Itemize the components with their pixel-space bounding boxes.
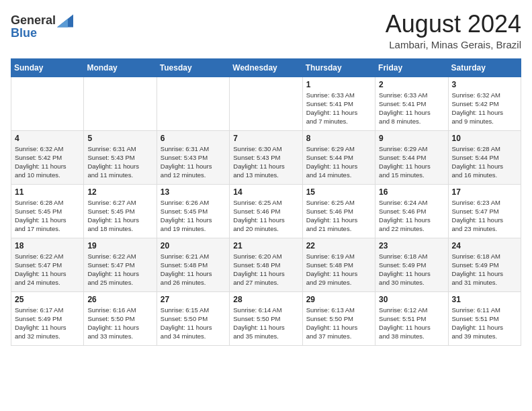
day-info: Sunrise: 6:18 AMSunset: 5:49 PMDaylight:… — [452, 252, 517, 287]
day-info: Sunrise: 6:25 AMSunset: 5:46 PMDaylight:… — [233, 198, 298, 234]
day-number: 3 — [452, 80, 517, 89]
day-info: Sunrise: 6:29 AMSunset: 5:44 PMDaylight:… — [379, 144, 444, 180]
calendar-cell: 12Sunrise: 6:27 AMSunset: 5:45 PMDayligh… — [84, 184, 157, 238]
calendar-header-thursday: Thursday — [302, 58, 375, 77]
calendar-cell: 28Sunrise: 6:14 AMSunset: 5:50 PMDayligh… — [230, 291, 302, 345]
calendar-cell: 16Sunrise: 6:24 AMSunset: 5:46 PMDayligh… — [375, 184, 448, 238]
calendar-cell: 24Sunrise: 6:18 AMSunset: 5:49 PMDayligh… — [448, 238, 521, 291]
day-number: 28 — [233, 295, 298, 304]
day-info: Sunrise: 6:27 AMSunset: 5:45 PMDaylight:… — [87, 198, 152, 234]
day-number: 16 — [379, 187, 444, 197]
day-number: 31 — [452, 295, 517, 304]
day-number: 5 — [87, 134, 152, 143]
location: Lambari, Minas Gerais, Brazil — [386, 39, 521, 50]
day-number: 20 — [161, 241, 226, 250]
day-info: Sunrise: 6:19 AMSunset: 5:48 PMDaylight:… — [306, 252, 371, 287]
calendar-cell — [84, 77, 157, 130]
day-number: 26 — [87, 295, 152, 304]
day-info: Sunrise: 6:33 AMSunset: 5:41 PMDaylight:… — [379, 91, 444, 126]
day-info: Sunrise: 6:26 AMSunset: 5:45 PMDaylight:… — [161, 198, 226, 234]
day-info: Sunrise: 6:31 AMSunset: 5:43 PMDaylight:… — [161, 144, 226, 180]
day-info: Sunrise: 6:22 AMSunset: 5:47 PMDaylight:… — [15, 252, 80, 287]
calendar-cell: 18Sunrise: 6:22 AMSunset: 5:47 PMDayligh… — [11, 238, 84, 291]
calendar-cell — [11, 77, 84, 130]
day-info: Sunrise: 6:21 AMSunset: 5:48 PMDaylight:… — [161, 252, 226, 287]
calendar-week-row: 4Sunrise: 6:32 AMSunset: 5:42 PMDaylight… — [11, 130, 521, 184]
day-info: Sunrise: 6:22 AMSunset: 5:47 PMDaylight:… — [87, 252, 152, 287]
calendar-cell: 29Sunrise: 6:13 AMSunset: 5:50 PMDayligh… — [302, 291, 375, 345]
calendar: SundayMondayTuesdayWednesdayThursdayFrid… — [11, 58, 521, 346]
calendar-cell: 17Sunrise: 6:23 AMSunset: 5:47 PMDayligh… — [448, 184, 521, 238]
day-info: Sunrise: 6:25 AMSunset: 5:46 PMDaylight:… — [306, 198, 371, 234]
day-info: Sunrise: 6:11 AMSunset: 5:51 PMDaylight:… — [452, 306, 517, 341]
day-number: 8 — [306, 134, 371, 143]
day-number: 19 — [87, 241, 152, 250]
calendar-cell — [157, 77, 229, 130]
day-info: Sunrise: 6:12 AMSunset: 5:51 PMDaylight:… — [379, 306, 444, 341]
day-info: Sunrise: 6:28 AMSunset: 5:45 PMDaylight:… — [15, 198, 80, 234]
calendar-cell: 22Sunrise: 6:19 AMSunset: 5:48 PMDayligh… — [302, 238, 375, 291]
calendar-cell: 19Sunrise: 6:22 AMSunset: 5:47 PMDayligh… — [84, 238, 157, 291]
calendar-header-sunday: Sunday — [11, 58, 84, 77]
day-info: Sunrise: 6:32 AMSunset: 5:42 PMDaylight:… — [15, 144, 80, 180]
day-info: Sunrise: 6:20 AMSunset: 5:48 PMDaylight:… — [233, 252, 298, 287]
day-info: Sunrise: 6:31 AMSunset: 5:43 PMDaylight:… — [87, 144, 152, 180]
calendar-header-wednesday: Wednesday — [230, 58, 302, 77]
calendar-week-row: 1Sunrise: 6:33 AMSunset: 5:41 PMDaylight… — [11, 77, 521, 130]
day-number: 27 — [161, 295, 226, 304]
day-info: Sunrise: 6:18 AMSunset: 5:49 PMDaylight:… — [379, 252, 444, 287]
calendar-cell: 7Sunrise: 6:30 AMSunset: 5:43 PMDaylight… — [230, 130, 302, 184]
day-number: 22 — [306, 241, 371, 250]
calendar-cell — [230, 77, 302, 130]
day-number: 21 — [233, 241, 298, 250]
page-header: General Blue August 2024 Lambari, Minas … — [11, 11, 521, 50]
calendar-cell: 1Sunrise: 6:33 AMSunset: 5:41 PMDaylight… — [302, 77, 375, 130]
day-info: Sunrise: 6:16 AMSunset: 5:50 PMDaylight:… — [87, 306, 152, 341]
day-number: 7 — [233, 134, 298, 143]
day-number: 29 — [306, 295, 371, 304]
calendar-cell: 9Sunrise: 6:29 AMSunset: 5:44 PMDaylight… — [375, 130, 448, 184]
calendar-cell: 23Sunrise: 6:18 AMSunset: 5:49 PMDayligh… — [375, 238, 448, 291]
calendar-cell: 4Sunrise: 6:32 AMSunset: 5:42 PMDaylight… — [11, 130, 84, 184]
calendar-header-friday: Friday — [375, 58, 448, 77]
calendar-cell: 2Sunrise: 6:33 AMSunset: 5:41 PMDaylight… — [375, 77, 448, 130]
day-number: 24 — [452, 241, 517, 250]
calendar-cell: 8Sunrise: 6:29 AMSunset: 5:44 PMDaylight… — [302, 130, 375, 184]
calendar-week-row: 25Sunrise: 6:17 AMSunset: 5:49 PMDayligh… — [11, 291, 521, 345]
calendar-header-row: SundayMondayTuesdayWednesdayThursdayFrid… — [11, 58, 521, 77]
calendar-cell: 20Sunrise: 6:21 AMSunset: 5:48 PMDayligh… — [157, 238, 229, 291]
calendar-cell: 14Sunrise: 6:25 AMSunset: 5:46 PMDayligh… — [230, 184, 302, 238]
calendar-header-tuesday: Tuesday — [157, 58, 229, 77]
day-number: 15 — [306, 187, 371, 197]
calendar-cell: 11Sunrise: 6:28 AMSunset: 5:45 PMDayligh… — [11, 184, 84, 238]
calendar-week-row: 18Sunrise: 6:22 AMSunset: 5:47 PMDayligh… — [11, 238, 521, 291]
calendar-cell: 26Sunrise: 6:16 AMSunset: 5:50 PMDayligh… — [84, 291, 157, 345]
day-info: Sunrise: 6:23 AMSunset: 5:47 PMDaylight:… — [452, 198, 517, 234]
day-info: Sunrise: 6:30 AMSunset: 5:43 PMDaylight:… — [233, 144, 298, 180]
calendar-header-monday: Monday — [84, 58, 157, 77]
day-info: Sunrise: 6:33 AMSunset: 5:41 PMDaylight:… — [306, 91, 371, 126]
day-number: 23 — [379, 241, 444, 250]
calendar-cell: 30Sunrise: 6:12 AMSunset: 5:51 PMDayligh… — [375, 291, 448, 345]
day-info: Sunrise: 6:24 AMSunset: 5:46 PMDaylight:… — [379, 198, 444, 234]
day-info: Sunrise: 6:28 AMSunset: 5:44 PMDaylight:… — [452, 144, 517, 180]
day-number: 11 — [15, 187, 80, 197]
day-number: 2 — [379, 80, 444, 89]
day-number: 10 — [452, 134, 517, 143]
day-number: 12 — [87, 187, 152, 197]
day-info: Sunrise: 6:15 AMSunset: 5:50 PMDaylight:… — [161, 306, 226, 341]
calendar-week-row: 11Sunrise: 6:28 AMSunset: 5:45 PMDayligh… — [11, 184, 521, 238]
calendar-cell: 5Sunrise: 6:31 AMSunset: 5:43 PMDaylight… — [84, 130, 157, 184]
calendar-cell: 25Sunrise: 6:17 AMSunset: 5:49 PMDayligh… — [11, 291, 84, 345]
day-number: 25 — [15, 295, 80, 304]
calendar-cell: 31Sunrise: 6:11 AMSunset: 5:51 PMDayligh… — [448, 291, 521, 345]
calendar-cell: 21Sunrise: 6:20 AMSunset: 5:48 PMDayligh… — [230, 238, 302, 291]
day-info: Sunrise: 6:14 AMSunset: 5:50 PMDaylight:… — [233, 306, 298, 341]
day-number: 4 — [15, 134, 80, 143]
day-info: Sunrise: 6:13 AMSunset: 5:50 PMDaylight:… — [306, 306, 371, 341]
day-number: 30 — [379, 295, 444, 304]
calendar-cell: 15Sunrise: 6:25 AMSunset: 5:46 PMDayligh… — [302, 184, 375, 238]
day-info: Sunrise: 6:29 AMSunset: 5:44 PMDaylight:… — [306, 144, 371, 180]
calendar-header-saturday: Saturday — [448, 58, 521, 77]
day-number: 9 — [379, 134, 444, 143]
